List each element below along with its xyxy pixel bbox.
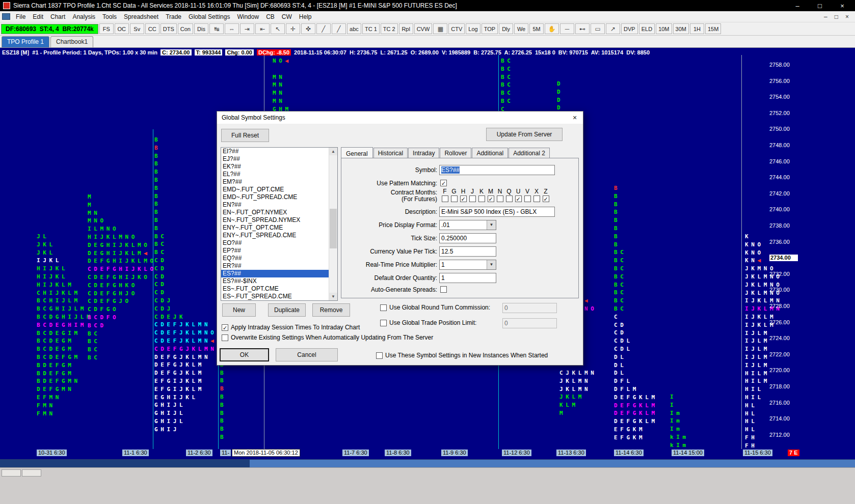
bar-spacing-icon[interactable]: ↹ bbox=[209, 23, 224, 34]
use-these-symbol-settings-checkbox[interactable]: ✓ bbox=[376, 352, 383, 359]
weekly-chart-button[interactable]: We bbox=[514, 23, 528, 34]
symbol-list-item[interactable]: EK?## bbox=[221, 163, 330, 171]
pointer-tool-icon[interactable]: ↖ bbox=[271, 23, 285, 34]
minimized-window-stub[interactable] bbox=[2, 469, 21, 477]
symbol-list-item[interactable]: ES?##-$INX bbox=[221, 277, 330, 285]
menu-file[interactable]: File bbox=[12, 12, 29, 21]
dialog-title-bar[interactable]: Global Symbol Settings × bbox=[217, 111, 583, 124]
close-icon[interactable]: × bbox=[838, 2, 847, 10]
symbol-list-item[interactable]: EMD~.FUT_SPREAD.CME bbox=[221, 193, 330, 201]
contract-month-checkbox-g[interactable]: ✓ bbox=[451, 195, 458, 202]
menu-spreadsheet[interactable]: Spreadsheet bbox=[120, 12, 162, 21]
ten-minute-chart-button[interactable]: 10M bbox=[656, 23, 672, 34]
scroll-to-start-icon[interactable]: ⇤ bbox=[255, 23, 270, 34]
description-input[interactable]: E-Mini S&P 500 Index (ES) - GBLX bbox=[439, 207, 555, 217]
symbol-list-item[interactable]: EN~.FUT_OPT.NYMEX bbox=[221, 209, 330, 216]
scroll-up-icon[interactable]: ▲ bbox=[329, 148, 337, 155]
contract-month-checkbox-x[interactable]: ✓ bbox=[533, 195, 540, 202]
mdi-restore-icon[interactable]: □ bbox=[835, 13, 838, 20]
top-button[interactable]: TOP bbox=[482, 23, 498, 34]
minimize-icon[interactable]: – bbox=[793, 2, 802, 10]
bar-spacing-increase-icon[interactable]: ⇔ bbox=[225, 23, 239, 34]
chevron-down-icon[interactable]: ▼ bbox=[487, 260, 496, 269]
ctv-button[interactable]: CTV bbox=[448, 23, 465, 34]
symbol-list-item[interactable]: EO?## bbox=[221, 239, 330, 247]
symbol-list-item[interactable]: EI?## bbox=[221, 148, 330, 155]
symbol-list-item[interactable]: ES~.FUT_SPREAD.CME bbox=[221, 293, 330, 300]
symbol-list-item[interactable]: ES~.FUT_OPT.CME bbox=[221, 285, 330, 293]
symbol-list-item[interactable]: EN~.FUT_SPREAD.NYMEX bbox=[221, 216, 330, 224]
ok-button[interactable]: OK bbox=[220, 348, 269, 361]
daily-chart-button[interactable]: Dly bbox=[499, 23, 513, 34]
symbol-list-item[interactable]: ER?## bbox=[221, 262, 330, 270]
symbol-list-item[interactable]: ENY~.FUT_OPT.CME bbox=[221, 224, 330, 232]
rectangle-tool-icon[interactable]: ▭ bbox=[591, 23, 605, 34]
cvw-button[interactable]: CVW bbox=[414, 23, 433, 34]
trendline-tool-icon[interactable]: ╱ bbox=[316, 23, 331, 34]
horizontal-scrollbar[interactable] bbox=[0, 459, 855, 468]
use-global-round-turn-commission-checkbox[interactable]: ✓ bbox=[380, 304, 387, 311]
list-scrollbar[interactable]: ▲ ▼ bbox=[329, 148, 337, 300]
symbol-list-item[interactable]: EQ?## bbox=[221, 255, 330, 262]
extended-line-tool-icon[interactable]: ⊷ bbox=[575, 23, 590, 34]
arrow-tool-icon[interactable]: ↗ bbox=[606, 23, 620, 34]
menu-cb[interactable]: CB bbox=[262, 12, 278, 21]
tab-rollover[interactable]: Rollover bbox=[440, 148, 471, 158]
contract-month-checkbox-h[interactable]: ✓ bbox=[460, 195, 467, 202]
symbol-list-item[interactable]: EMD~.FUT_OPT.CME bbox=[221, 186, 330, 193]
trade-position-limit-input[interactable]: 0 bbox=[502, 318, 557, 328]
use-pattern-matching-checkbox[interactable]: ✓ bbox=[440, 180, 447, 186]
contract-month-checkbox-z[interactable]: ✓ bbox=[543, 195, 549, 202]
symbol-list[interactable]: ▲ ▼ EI?##EJ?##EK?##EL?##EM?##EMD~.FUT_OP… bbox=[221, 147, 338, 301]
symbol-list-item[interactable]: ENY~.FUT_SPREAD.CME bbox=[221, 232, 330, 239]
title-bar[interactable]: Sierra Chart 1837 TPO Profile 1.Cht SC D… bbox=[0, 0, 855, 11]
tab-intraday[interactable]: Intraday bbox=[408, 148, 439, 158]
contract-month-checkbox-v[interactable]: ✓ bbox=[524, 195, 531, 202]
auto-generate-spreads-checkbox[interactable]: ✓ bbox=[440, 286, 447, 293]
apply-intraday-session-times-checkbox[interactable]: ✓ bbox=[222, 324, 228, 331]
fs-button[interactable]: FS bbox=[99, 23, 114, 34]
scroll-down-icon[interactable]: ▼ bbox=[329, 293, 337, 300]
one-hour-chart-button[interactable]: 1H bbox=[690, 23, 704, 34]
duplicate-button[interactable]: Duplicate bbox=[268, 303, 306, 317]
scroll-to-end-icon[interactable]: ⇥ bbox=[240, 23, 254, 34]
minimized-window-stub[interactable] bbox=[22, 469, 41, 477]
contract-month-checkbox-q[interactable]: ✓ bbox=[506, 195, 513, 202]
dvp-button[interactable]: DVP bbox=[621, 23, 638, 34]
currency-value-per-tick-input[interactable]: 12.5 bbox=[439, 246, 496, 257]
crosshair-tool-icon[interactable]: ✛ bbox=[286, 23, 300, 34]
save-button[interactable]: Sv bbox=[130, 23, 144, 34]
menu-tools[interactable]: Tools bbox=[99, 12, 120, 21]
mdi-minimize-icon[interactable]: – bbox=[824, 13, 827, 20]
tab-chartbook1[interactable]: Chartbook1 bbox=[50, 36, 93, 47]
menu-global-settings[interactable]: Global Settings bbox=[185, 12, 233, 21]
tc1-button[interactable]: TC 1 bbox=[362, 23, 380, 34]
maximize-icon[interactable]: □ bbox=[815, 2, 824, 10]
tc2-button[interactable]: TC 2 bbox=[381, 23, 398, 34]
remove-button[interactable]: Remove bbox=[312, 303, 350, 317]
oc-button[interactable]: OC bbox=[115, 23, 129, 34]
cancel-button[interactable]: Cancel bbox=[276, 348, 338, 361]
tab-general[interactable]: General bbox=[341, 147, 373, 159]
replay-button[interactable]: Rpl bbox=[399, 23, 413, 34]
contract-month-checkbox-m[interactable]: ✓ bbox=[488, 195, 494, 202]
connect-button[interactable]: Con bbox=[178, 23, 193, 34]
overwrite-existing-settings-checkbox[interactable]: ✓ bbox=[222, 334, 228, 341]
dts-button[interactable]: DTS bbox=[161, 23, 177, 34]
menu-window[interactable]: Window bbox=[233, 12, 262, 21]
price-display-format-select[interactable]: .01 ▼ bbox=[439, 220, 496, 230]
symbol-list-item[interactable]: ES?## bbox=[221, 270, 330, 277]
full-reset-button[interactable]: Full Reset bbox=[221, 129, 269, 142]
menu-chart[interactable]: Chart bbox=[47, 12, 69, 21]
chevron-down-icon[interactable]: ▼ bbox=[487, 220, 496, 230]
crosshair-alt-tool-icon[interactable]: ✜ bbox=[301, 23, 315, 34]
menu-analysis[interactable]: Analysis bbox=[69, 12, 99, 21]
symbol-input[interactable]: ES?## bbox=[439, 165, 555, 175]
use-global-trade-position-limit-checkbox[interactable]: ✓ bbox=[380, 320, 387, 326]
default-order-quantity-input[interactable]: 1 bbox=[439, 273, 496, 283]
ray-tool-icon[interactable]: ╱ bbox=[332, 23, 346, 34]
contract-month-checkbox-f[interactable]: ✓ bbox=[442, 195, 448, 202]
contract-month-checkbox-j[interactable]: ✓ bbox=[469, 195, 476, 202]
round-turn-commission-input[interactable]: 0 bbox=[502, 303, 557, 313]
fifteen-minute-chart-button[interactable]: 15M bbox=[705, 23, 721, 34]
